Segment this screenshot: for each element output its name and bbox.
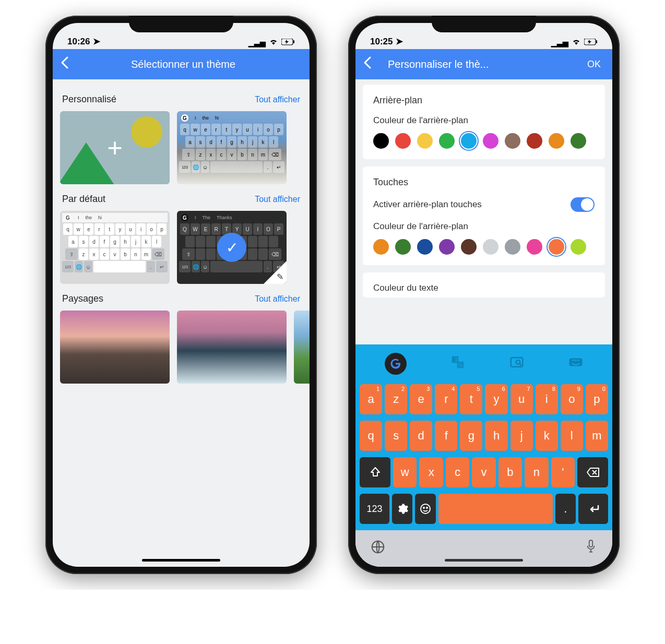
- letter-key[interactable]: a1: [360, 384, 382, 414]
- color-swatch[interactable]: [483, 133, 498, 149]
- home-indicator[interactable]: [445, 559, 523, 562]
- settings-key[interactable]: [392, 494, 412, 524]
- gif-icon[interactable]: [568, 354, 584, 373]
- back-button[interactable]: [363, 56, 372, 72]
- letter-key[interactable]: k: [536, 421, 558, 451]
- landscape-themes-row[interactable]: [60, 311, 302, 384]
- google-logo-icon[interactable]: [385, 353, 407, 375]
- letter-key[interactable]: e3: [410, 384, 432, 414]
- phone-screen-right: 10:25 ➤ ▁▃▅ Personnaliser le thè... OK: [355, 23, 612, 567]
- landscape-theme-1[interactable]: [60, 311, 170, 384]
- color-swatch[interactable]: [461, 239, 477, 255]
- landscape-theme-3[interactable]: [294, 311, 310, 384]
- suggestion-word: hi: [215, 115, 219, 121]
- letter-key[interactable]: u7: [510, 384, 533, 414]
- keyboard-switcher-bar: [355, 530, 612, 567]
- letter-key[interactable]: l: [561, 421, 583, 451]
- dot-key: .: [147, 261, 155, 272]
- color-swatch[interactable]: [373, 239, 389, 255]
- numbers-key[interactable]: 123: [360, 494, 389, 524]
- key: v: [227, 149, 236, 160]
- shift-key[interactable]: [360, 457, 390, 487]
- letter-key[interactable]: g: [460, 421, 482, 451]
- color-swatch[interactable]: [417, 239, 433, 255]
- color-swatch[interactable]: [527, 239, 542, 255]
- search-image-icon[interactable]: [509, 354, 525, 373]
- space-key: [93, 261, 146, 272]
- section-title: Par défaut: [62, 194, 105, 205]
- color-swatch[interactable]: [417, 133, 433, 149]
- theme-dark-keyboard[interactable]: G I The Thanks QWERTYUIOP ⇧⌫ 123🌐☺.↵ ✓ ✎: [177, 211, 287, 284]
- color-swatch[interactable]: [461, 133, 477, 149]
- show-all-custom[interactable]: Tout afficher: [255, 95, 300, 104]
- show-all-default[interactable]: Tout afficher: [255, 195, 300, 204]
- color-swatch[interactable]: [395, 133, 411, 149]
- backspace-key: ⌫: [152, 248, 164, 260]
- letter-key[interactable]: x: [419, 457, 443, 487]
- color-swatch[interactable]: [483, 239, 498, 255]
- translate-icon[interactable]: 文A: [450, 354, 466, 373]
- letter-key[interactable]: y6: [485, 384, 507, 414]
- navbar: Sélectionner un thème: [53, 49, 310, 79]
- letter-key[interactable]: v: [472, 457, 495, 487]
- key: t: [105, 223, 114, 235]
- color-swatch[interactable]: [527, 133, 542, 149]
- color-swatch[interactable]: [373, 133, 389, 149]
- mic-icon[interactable]: [584, 539, 598, 558]
- emoji-icon: ☺: [84, 261, 92, 272]
- ok-button[interactable]: OK: [587, 59, 605, 70]
- suggestion-word: I: [195, 215, 196, 220]
- color-swatch[interactable]: [505, 133, 520, 149]
- color-swatch[interactable]: [571, 239, 586, 255]
- key: o: [147, 223, 156, 235]
- letter-key[interactable]: r4: [435, 384, 457, 414]
- letter-key[interactable]: b: [498, 457, 522, 487]
- color-swatch[interactable]: [571, 133, 586, 149]
- key: R: [211, 223, 221, 235]
- card-subtitle: Couleur de l'arrière-plan: [373, 115, 595, 126]
- color-swatch[interactable]: [549, 133, 564, 149]
- letter-key[interactable]: z2: [385, 384, 407, 414]
- suggestion-word: hi: [98, 215, 102, 220]
- home-indicator[interactable]: [142, 559, 220, 562]
- letter-key[interactable]: o9: [561, 384, 583, 414]
- letter-key[interactable]: w: [393, 457, 417, 487]
- letter-key[interactable]: h: [485, 421, 507, 451]
- color-swatch[interactable]: [439, 239, 455, 255]
- letter-key[interactable]: m: [586, 421, 608, 451]
- show-all-landscapes[interactable]: Tout afficher: [255, 294, 300, 304]
- letter-key[interactable]: c: [446, 457, 469, 487]
- color-swatch[interactable]: [549, 239, 564, 255]
- letter-key[interactable]: t5: [460, 384, 482, 414]
- emoji-key[interactable]: [415, 494, 435, 524]
- add-custom-theme[interactable]: +: [60, 111, 170, 184]
- key: d: [206, 136, 216, 148]
- letter-key[interactable]: p0: [586, 384, 608, 414]
- pencil-icon[interactable]: ✎: [277, 272, 283, 282]
- color-swatch[interactable]: [439, 133, 455, 149]
- letter-key[interactable]: j: [510, 421, 533, 451]
- settings-content[interactable]: Arrière-plan Couleur de l'arrière-plan T…: [355, 79, 612, 344]
- letter-key[interactable]: d: [410, 421, 432, 451]
- landscape-theme-2[interactable]: [177, 311, 287, 384]
- enable-key-bg-switch[interactable]: [571, 197, 595, 212]
- space-key[interactable]: [438, 494, 553, 524]
- backspace-key[interactable]: [577, 457, 608, 487]
- letter-key[interactable]: s: [385, 421, 407, 451]
- keyboard-top-bar: 文A: [359, 350, 609, 378]
- return-key[interactable]: [578, 494, 608, 524]
- color-swatch[interactable]: [395, 239, 411, 255]
- dot-key[interactable]: .: [555, 494, 576, 524]
- back-button[interactable]: [60, 56, 69, 72]
- key: e: [84, 223, 93, 235]
- letter-key[interactable]: n: [525, 457, 548, 487]
- theme-light-keyboard[interactable]: G I the hi qwertyuiop asdfghjkl ⇧zxcvbnm…: [60, 211, 170, 284]
- letter-key[interactable]: i8: [536, 384, 558, 414]
- letter-key[interactable]: ': [551, 457, 575, 487]
- color-swatch[interactable]: [505, 239, 520, 255]
- keyboard-row-3: wxcvbn': [359, 457, 609, 487]
- letter-key[interactable]: f: [435, 421, 457, 451]
- globe-icon[interactable]: [370, 539, 386, 558]
- custom-theme-mountain[interactable]: G I the hi qwertyuiop asdfghjkl ⇧zxcvbnm…: [177, 111, 287, 184]
- letter-key[interactable]: q: [360, 421, 382, 451]
